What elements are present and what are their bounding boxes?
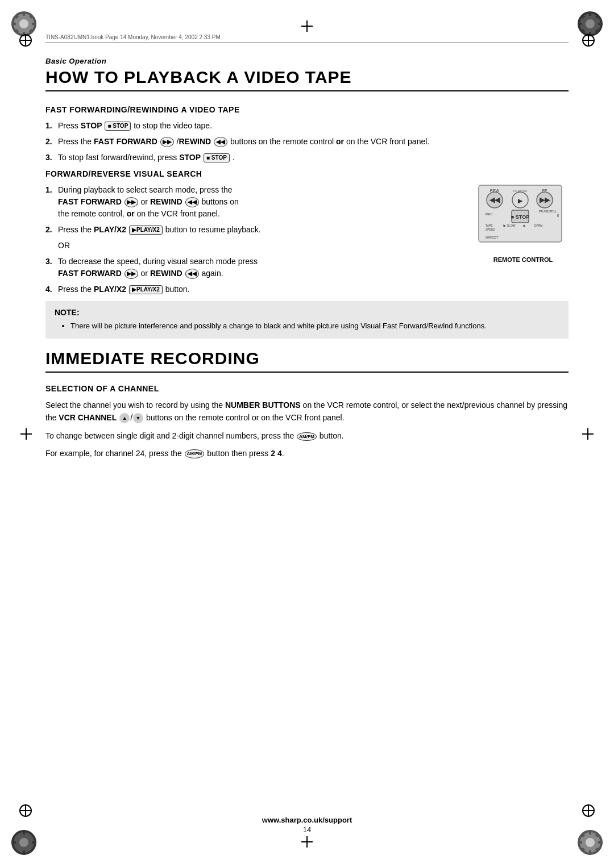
svg-text:||: ||: [557, 214, 559, 217]
channel-down-icon: ▼: [133, 413, 143, 423]
svg-rect-5: [32, 23, 36, 25]
svg-point-1: [19, 19, 28, 28]
svg-text:■ STOP: ■ STOP: [511, 214, 529, 220]
ampm-icon2: AM/PM: [185, 449, 205, 458]
fast-forward-steps: 1. Press STOP ■ STOP to stop the video t…: [45, 120, 569, 164]
svg-text:REC: REC: [486, 212, 493, 216]
svg-point-21: [19, 838, 28, 847]
reg-mark-right-bottom: [582, 804, 595, 817]
svg-rect-23: [23, 850, 25, 855]
step-ff-1: 1. Press STOP ■ STOP to stop the video t…: [45, 120, 569, 132]
right-edge-mark: [582, 428, 594, 440]
page-footer: www.sharp.co.uk/support 14: [0, 816, 614, 834]
page-title: How to Playback a Video Tape: [45, 68, 569, 91]
bottom-edge-mark: [301, 836, 313, 848]
svg-text:DIRECT: DIRECT: [486, 236, 499, 239]
svg-text:PAUSE/STILL: PAUSE/STILL: [539, 210, 557, 213]
section-label: Basic Operation: [45, 57, 569, 65]
svg-rect-24: [11, 841, 16, 844]
svg-point-11: [586, 19, 595, 28]
svg-rect-29: [589, 850, 591, 855]
stop-button-icon: ■ STOP: [105, 122, 131, 131]
footer-url: www.sharp.co.uk/support: [0, 816, 614, 824]
left-edge-mark: [20, 428, 32, 440]
play-x2-icon: ▶PLAY/X2: [129, 226, 163, 235]
svg-rect-12: [589, 11, 591, 16]
svg-rect-4: [11, 23, 16, 25]
svg-text:SPEED: SPEED: [486, 228, 495, 231]
note-box: Note: There will be picture interference…: [45, 301, 569, 339]
svg-text:TAPE: TAPE: [486, 224, 493, 227]
channel-up-icon: ▲: [119, 413, 130, 423]
forward-reverse-title: Forward/Reverse Visual Search: [45, 169, 569, 178]
remote-svg: REW FF ◀◀ ▶ PLAY/X2 ▶▶ REC ■ STOP PAUSE/…: [478, 184, 563, 252]
selection-para1: Select the channel you wish to record by…: [45, 399, 569, 424]
footer-page: 14: [0, 825, 614, 834]
remote-control-image: REW FF ◀◀ ▶ PLAY/X2 ▶▶ REC ■ STOP PAUSE/…: [478, 184, 569, 263]
note-list: There will be picture interference and p…: [70, 320, 559, 332]
step-frs-4: 4. Press the PLAY/X2 ▶PLAY/X2 button.: [45, 283, 569, 295]
rew-icon2: ◀◀: [185, 197, 199, 207]
stop-button-icon2: ■ STOP: [204, 153, 230, 162]
step-frs-3: 3. To decrease the speed, during visual …: [45, 256, 467, 279]
rew-icon: ◀◀: [214, 137, 227, 147]
svg-text:▶: ▶: [518, 198, 523, 204]
page-header: TINS-A082UMN1.book Page 14 Monday, Novem…: [45, 34, 569, 43]
reg-mark-left-bottom: [19, 804, 32, 817]
ff-icon2: ▶▶: [125, 197, 138, 207]
section2-title: Immediate Recording: [45, 349, 569, 373]
header-text: TINS-A082UMN1.book Page 14 Monday, Novem…: [45, 34, 221, 40]
svg-text:▶▶: ▶▶: [540, 196, 550, 204]
svg-rect-25: [32, 841, 36, 844]
svg-text:PLAY/X2: PLAY/X2: [513, 189, 528, 193]
svg-text:DFRM: DFRM: [534, 224, 542, 227]
selection-para3: For example, for channel 24, press the A…: [45, 447, 569, 460]
selection-para2: To change between single digit and 2-dig…: [45, 429, 569, 442]
note-item: There will be picture interference and p…: [70, 320, 559, 332]
svg-text:◆: ◆: [523, 224, 525, 227]
step-frs-2: 2. Press the PLAY/X2 ▶PLAY/X2 button to …: [45, 224, 467, 236]
reg-mark-right-top: [582, 34, 595, 47]
svg-rect-15: [598, 23, 603, 25]
note-title: Note:: [55, 308, 559, 317]
ff-icon3: ▶▶: [125, 269, 138, 279]
svg-rect-14: [578, 23, 582, 25]
main-content: Basic Operation How to Playback a Video …: [45, 57, 569, 800]
fast-forward-title: Fast Forwarding/Rewinding a Video Tape: [45, 105, 569, 114]
step-ff-2: 2. Press the FAST FORWARD ▶▶ /REWIND ◀◀ …: [45, 136, 569, 148]
svg-rect-2: [23, 11, 25, 16]
selection-title: Selection of a Channel: [45, 384, 569, 393]
svg-text:I▶ SLOW: I▶ SLOW: [503, 224, 516, 227]
remote-control-label: Remote Control: [478, 256, 569, 263]
reg-mark-left-top: [19, 34, 32, 47]
svg-rect-30: [578, 841, 582, 844]
step-frs-1: 1. During playback to select search mode…: [45, 184, 467, 220]
svg-point-27: [586, 838, 595, 847]
ff-icon: ▶▶: [160, 137, 174, 147]
svg-text:◀◀: ◀◀: [489, 196, 500, 204]
step-or: OR: [45, 240, 467, 252]
ampm-icon: AM/PM: [297, 432, 317, 441]
step-ff-3: 3. To stop fast forward/rewind, press ST…: [45, 152, 569, 164]
rew-icon3: ◀◀: [185, 269, 199, 279]
play-x2-icon2: ▶PLAY/X2: [129, 285, 163, 294]
svg-rect-31: [598, 841, 603, 844]
top-edge-mark: [301, 20, 313, 32]
